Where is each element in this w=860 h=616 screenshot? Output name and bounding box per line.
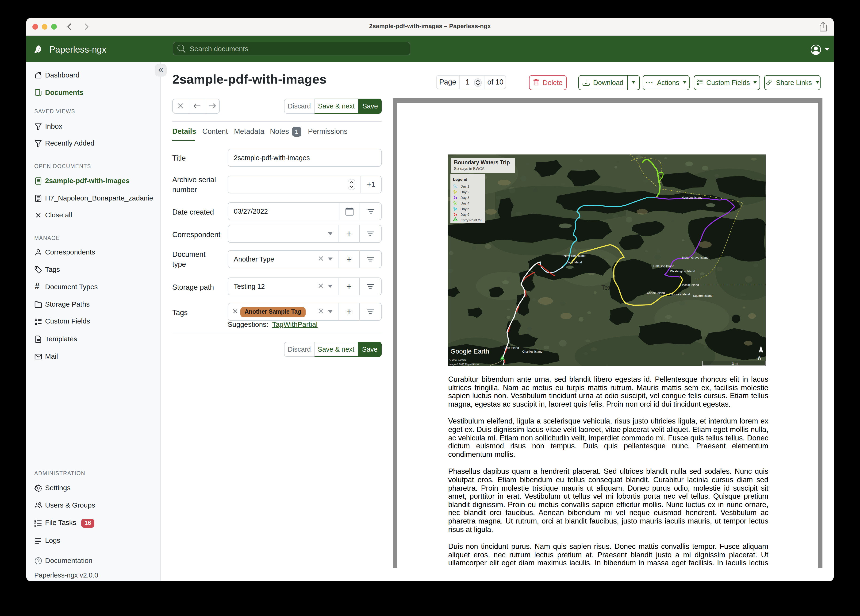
svg-text:3 mi: 3 mi xyxy=(732,361,738,365)
svg-text:Image © 2017 DigitalGlobe: Image © 2017 DigitalGlobe xyxy=(449,363,479,366)
svg-text:Charlies Island: Charlies Island xyxy=(522,350,542,353)
svg-text:Mile Island: Mile Island xyxy=(504,346,519,349)
svg-text:Legend: Legend xyxy=(453,177,467,181)
svg-text:Washington Island: Washington Island xyxy=(670,269,695,273)
svg-text:Six days in BWCA: Six days in BWCA xyxy=(454,167,485,170)
svg-text:Boundary Waters Trip: Boundary Waters Trip xyxy=(454,159,510,165)
svg-text:Lincoln Island: Lincoln Island xyxy=(680,283,699,286)
svg-text:Day 4: Day 4 xyxy=(460,201,469,205)
svg-text:Day 2: Day 2 xyxy=(460,190,469,194)
svg-text:Half Dog Island: Half Dog Island xyxy=(653,264,674,268)
svg-text:Squirrel Island: Squirrel Island xyxy=(693,294,712,297)
svg-text:Hausons Island: Hausons Island xyxy=(681,196,703,199)
svg-text:Day 3: Day 3 xyxy=(460,196,469,199)
svg-text:Day 5: Day 5 xyxy=(460,207,469,211)
svg-text:New York Island: New York Island xyxy=(563,254,585,257)
svg-text:Gary Island: Gary Island xyxy=(567,260,582,264)
svg-text:Day 1: Day 1 xyxy=(460,184,469,188)
svg-text:© 2017 Google: © 2017 Google xyxy=(449,358,466,361)
svg-text:Text: Text xyxy=(601,284,613,291)
svg-text:Norway Island: Norway Island xyxy=(670,292,690,296)
svg-text:Canoe Island: Canoe Island xyxy=(647,291,665,294)
svg-text:Google Earth: Google Earth xyxy=(450,347,489,355)
svg-text:Day 6: Day 6 xyxy=(460,212,469,216)
svg-text:Indian Grave Island: Indian Grave Island xyxy=(682,256,709,259)
svg-text:N: N xyxy=(757,355,762,361)
svg-text:Entry Point 24: Entry Point 24 xyxy=(460,218,482,222)
